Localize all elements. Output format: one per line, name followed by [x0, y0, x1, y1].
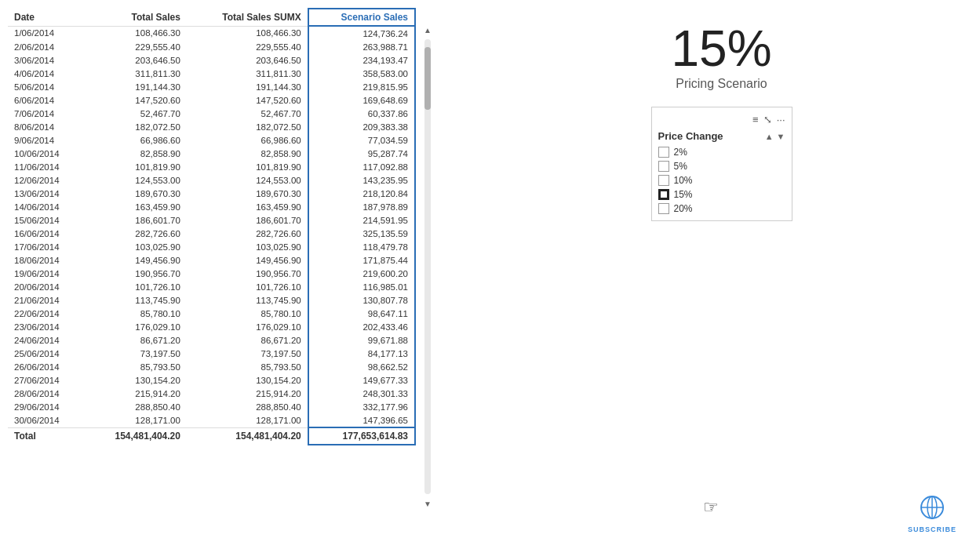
cell-total-sales-sumx: 182,072.50: [187, 120, 308, 133]
cell-total-sales: 189,670.30: [84, 187, 187, 200]
slicer-up-icon[interactable]: ▲: [765, 132, 774, 141]
scroll-up-arrow[interactable]: ▲: [421, 24, 434, 36]
cell-total-sales-sumx: 149,456.90: [187, 253, 308, 267]
cell-scenario-sales: 209,383.38: [308, 120, 415, 133]
cell-date: 3/06/2014: [8, 53, 84, 67]
cell-scenario-sales: 234,193.47: [308, 53, 415, 67]
slicer-item-label: 10%: [674, 175, 693, 186]
cell-date: 1/06/2014: [8, 26, 84, 40]
cell-total-sales: 66,986.60: [84, 133, 187, 147]
cell-total-sales-sumx: 191,144.30: [187, 80, 308, 93]
cell-total-sales: 108,466.30: [84, 26, 187, 40]
cell-total-sales: 311,811.30: [84, 67, 187, 80]
slicer-lines-icon[interactable]: ≡: [752, 114, 759, 125]
slicer-checkbox[interactable]: [658, 203, 669, 214]
scroll-down-arrow[interactable]: ▼: [421, 497, 434, 510]
cell-scenario-sales: 218,120.84: [308, 187, 415, 200]
cell-total-sales: 103,025.90: [84, 240, 187, 253]
cell-total-sales-sumx: 282,726.60: [187, 227, 308, 240]
slicer-checkbox[interactable]: [658, 189, 669, 200]
table-row: 19/06/2014 190,956.70 190,956.70 219,600…: [8, 267, 415, 280]
slicer-toolbar: ≡ ⤡ ···: [658, 114, 785, 125]
slicer-expand-icon[interactable]: ⤡: [763, 114, 772, 125]
table-row: 18/06/2014 149,456.90 149,456.90 171,875…: [8, 253, 415, 267]
cell-scenario-sales: 124,736.24: [308, 26, 415, 40]
cell-total-sales: 176,029.10: [84, 320, 187, 333]
cell-date: 30/06/2014: [8, 413, 84, 427]
cell-total-sales-sumx: 229,555.40: [187, 40, 308, 53]
slicer-item[interactable]: 20%: [658, 203, 785, 214]
cell-total-sales-sumx: 103,025.90: [187, 240, 308, 253]
cell-total-sales: 85,780.10: [84, 307, 187, 320]
scroll-thumb[interactable]: [424, 47, 431, 110]
slicer-item[interactable]: 10%: [658, 175, 785, 186]
slicer-down-icon[interactable]: ▼: [777, 132, 785, 141]
cell-date: 5/06/2014: [8, 80, 84, 93]
cell-scenario-sales: 169,648.69: [308, 93, 415, 107]
cell-date: 4/06/2014: [8, 67, 84, 80]
cell-total-sales-sumx: 130,154.20: [187, 373, 308, 387]
cell-date: 10/06/2014: [8, 147, 84, 160]
col-header-scenario-sales: Scenario Sales: [308, 9, 415, 26]
slicer-item-label: 2%: [674, 147, 687, 158]
slicer-checkbox[interactable]: [658, 161, 669, 172]
cell-date: 8/06/2014: [8, 120, 84, 133]
col-header-date: Date: [8, 9, 84, 26]
table-row: 4/06/2014 311,811.30 311,811.30 358,583.…: [8, 67, 415, 80]
cell-total-sales-sumx: 66,986.60: [187, 133, 308, 147]
right-panel: 15% Pricing Scenario ≡ ⤡ ··· Price Chang…: [439, 8, 972, 541]
cell-total-sales-sumx: 128,171.00: [187, 413, 308, 427]
cell-total-sales-sumx: 101,819.90: [187, 160, 308, 173]
col-header-total-sales: Total Sales: [84, 9, 187, 26]
cell-date: 26/06/2014: [8, 360, 84, 373]
cell-date: 28/06/2014: [8, 387, 84, 400]
slicer-checkbox[interactable]: [658, 147, 669, 158]
footer-total-sales-sumx: 154,481,404.20: [187, 427, 308, 445]
cell-scenario-sales: 171,875.44: [308, 253, 415, 267]
scrollbar[interactable]: ▲ ▼: [416, 8, 439, 541]
table-row: 20/06/2014 101,726.10 101,726.10 116,985…: [8, 280, 415, 293]
slicer-checkbox[interactable]: [658, 175, 669, 186]
scroll-track[interactable]: [424, 39, 431, 494]
slicer-title: Price Change: [658, 130, 723, 142]
cell-total-sales-sumx: 163,459.90: [187, 200, 308, 213]
cursor-hand-icon: ☞: [703, 497, 719, 518]
slicer-more-icon[interactable]: ···: [777, 114, 785, 125]
cell-total-sales: 52,467.70: [84, 107, 187, 120]
cell-date: 12/06/2014: [8, 173, 84, 187]
cell-total-sales: 113,745.90: [84, 293, 187, 307]
cell-scenario-sales: 219,815.95: [308, 80, 415, 93]
cell-total-sales: 85,793.50: [84, 360, 187, 373]
cell-date: 27/06/2014: [8, 373, 84, 387]
slicer-widget: ≡ ⤡ ··· Price Change ▲ ▼ 2%5%10%15%20%: [651, 107, 792, 221]
slicer-item[interactable]: 15%: [658, 189, 785, 200]
cell-scenario-sales: 77,034.59: [308, 133, 415, 147]
cell-date: 2/06/2014: [8, 40, 84, 53]
subscribe-button[interactable]: SUBSCRIBE: [908, 495, 956, 533]
cell-total-sales-sumx: 52,467.70: [187, 107, 308, 120]
subscribe-icon: [920, 495, 945, 525]
cell-date: 20/06/2014: [8, 280, 84, 293]
cell-scenario-sales: 332,177.96: [308, 400, 415, 413]
table-row: 9/06/2014 66,986.60 66,986.60 77,034.59: [8, 133, 415, 147]
slicer-item[interactable]: 2%: [658, 147, 785, 158]
table-row: 8/06/2014 182,072.50 182,072.50 209,383.…: [8, 120, 415, 133]
cell-scenario-sales: 98,662.52: [308, 360, 415, 373]
cell-date: 6/06/2014: [8, 93, 84, 107]
cell-scenario-sales: 98,647.11: [308, 307, 415, 320]
cell-date: 25/06/2014: [8, 347, 84, 360]
cell-date: 15/06/2014: [8, 213, 84, 227]
cell-total-sales: 124,553.00: [84, 173, 187, 187]
slicer-item[interactable]: 5%: [658, 161, 785, 172]
footer-label: Total: [8, 427, 84, 445]
footer-scenario-sales: 177,653,614.83: [308, 427, 415, 445]
cell-date: 14/06/2014: [8, 200, 84, 213]
table-row: 1/06/2014 108,466.30 108,466.30 124,736.…: [8, 26, 415, 40]
cell-total-sales: 101,819.90: [84, 160, 187, 173]
cell-total-sales: 282,726.60: [84, 227, 187, 240]
kpi-percentage: 15%: [671, 24, 771, 74]
cell-total-sales-sumx: 288,850.40: [187, 400, 308, 413]
cell-date: 16/06/2014: [8, 227, 84, 240]
cell-date: 13/06/2014: [8, 187, 84, 200]
cell-total-sales: 288,850.40: [84, 400, 187, 413]
